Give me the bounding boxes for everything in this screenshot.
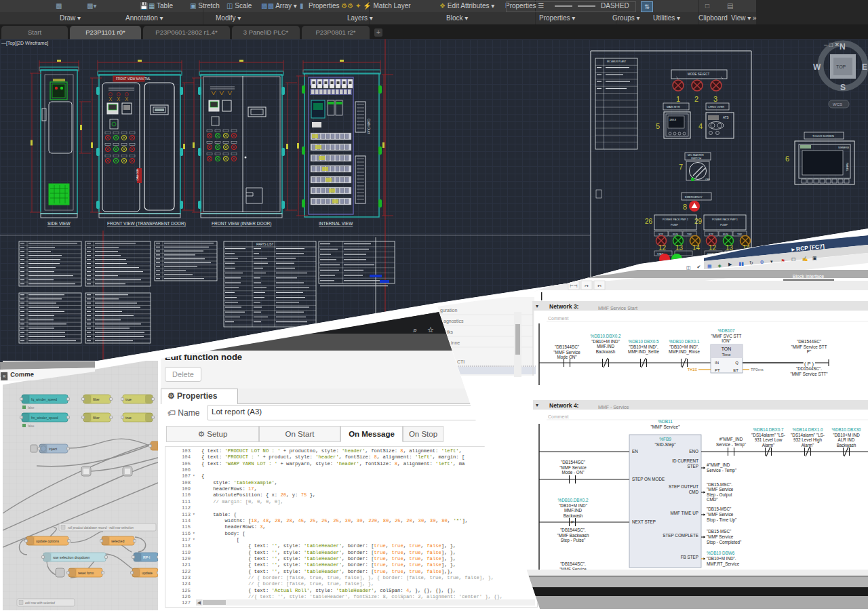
svg-text:row selection dropdown: row selection dropdown: [53, 555, 90, 559]
svg-text:%DB10.DBX0.2: %DB10.DBX0.2: [591, 334, 621, 338]
svg-text:roll product database record -: roll product database record - edit row …: [68, 526, 134, 530]
svg-text:TOP: TOP: [836, 64, 846, 69]
svg-text:"SID-Step": "SID-Step": [655, 442, 677, 448]
svg-text:"MMF Service: "MMF Service: [559, 465, 587, 470]
svg-text:%DB10.DBX0.2: %DB10.DBX0.2: [558, 498, 589, 502]
svg-text:WCS: WCS: [833, 102, 842, 106]
svg-text:STEP OUTPUT: STEP OUTPUT: [669, 484, 698, 489]
svg-text:MODE SELECT: MODE SELECT: [688, 73, 710, 76]
svg-text:▾: ▾: [536, 402, 538, 408]
svg-text:true: true: [125, 397, 132, 401]
svg-text:Stop - Completed": Stop - Completed": [707, 540, 741, 545]
svg-text:Block Interface: Block Interface: [793, 274, 824, 279]
svg-text:STEP COMPLETE: STEP COMPLETE: [663, 533, 698, 538]
svg-text:1: 1: [676, 95, 680, 103]
svg-text:14: 14: [692, 244, 701, 252]
svg-text:▶: ▶: [728, 262, 732, 266]
svg-text:Mode ON": Mode ON": [557, 355, 576, 359]
svg-text:ID CURRENT: ID CURRENT: [672, 458, 698, 463]
svg-text:"DD1544SC".: "DD1544SC".: [796, 366, 822, 371]
svg-text:⚙: ⚙: [760, 260, 764, 264]
svg-text:4: 4: [698, 122, 703, 130]
svg-text:inject: inject: [49, 447, 58, 451]
svg-text:CMD": CMD": [707, 497, 718, 502]
svg-text:%DB11: %DB11: [658, 419, 673, 424]
svg-text:"DS14alarm" "LS-: "DS14alarm" "LS-: [751, 433, 785, 437]
svg-text:ET: ET: [733, 368, 738, 372]
svg-text:"DB10+M IND".: "DB10+M IND".: [707, 556, 736, 561]
svg-text:◈: ◈: [718, 263, 722, 268]
svg-text:"DB10+M IND": "DB10+M IND": [559, 503, 587, 508]
svg-text:7: 7: [679, 163, 683, 171]
svg-text:SIEMENS: SIEMENS: [838, 146, 850, 149]
svg-text:%DB10 DBX0.1: %DB10 DBX0.1: [669, 339, 700, 344]
svg-text:tks: tks: [447, 330, 453, 334]
svg-text:Step - Pulse": Step - Pulse": [561, 538, 586, 543]
svg-text:13: 13: [675, 244, 684, 252]
svg-text:✔: ✔: [697, 264, 701, 269]
svg-text:"MMF Service: "MMF Service: [707, 534, 734, 539]
svg-text:PANEL: PANEL: [846, 163, 849, 172]
svg-text:Service - Temp": Service - Temp": [707, 468, 736, 473]
svg-text:FRONT VIEW (TRANSPARENT DOOR): FRONT VIEW (TRANSPARENT DOOR): [107, 221, 186, 226]
svg-text:update: update: [142, 571, 153, 575]
svg-text:NEXT STEP: NEXT STEP: [632, 519, 656, 524]
svg-text:MMF TIME UP: MMF TIME UP: [670, 511, 698, 515]
svg-text:Network 4:: Network 4:: [549, 402, 579, 409]
svg-text:FB STEP: FB STEP: [681, 555, 698, 559]
svg-text:STEP: STEP: [688, 464, 698, 469]
svg-text:CMD: CMD: [689, 490, 699, 494]
svg-text:MMF Service Start: MMF Service Start: [598, 306, 637, 311]
svg-text:Alarm": Alarm": [762, 443, 775, 448]
svg-text:"DB1544SC".: "DB1544SC".: [560, 561, 586, 566]
svg-text:MMF.IND: MMF.IND: [564, 508, 583, 513]
svg-text:✍: ✍: [802, 256, 808, 262]
svg-text:false: false: [28, 406, 35, 410]
svg-text:"MMF SVC STT: "MMF SVC STT: [711, 334, 742, 338]
svg-text:EMERGENCY: EMERGENCY: [685, 195, 703, 199]
svg-text:MAIN MTR: MAIN MTR: [667, 105, 680, 108]
svg-text:inne: inne: [451, 340, 460, 345]
svg-text:T#1S: T#1S: [688, 368, 697, 372]
svg-text:STEP ON MODE: STEP ON MODE: [632, 477, 665, 481]
svg-text:N: N: [840, 42, 846, 52]
svg-text:false: false: [28, 424, 35, 428]
svg-text:reset form: reset form: [78, 571, 94, 575]
svg-text:▣: ▣: [812, 256, 817, 260]
svg-text:TON: TON: [722, 347, 732, 351]
svg-text:12: 12: [658, 244, 667, 252]
svg-text:fm_winder_speed: fm_winder_speed: [31, 416, 58, 420]
svg-text:3: 3: [713, 95, 717, 103]
svg-text:Backwash: Backwash: [596, 349, 616, 354]
svg-text:fq_winder_speed: fq_winder_speed: [31, 397, 57, 401]
svg-text:MMF.RT_Service: MMF.RT_Service: [707, 561, 740, 567]
svg-text:%DB10 DBX0.5: %DB10 DBX0.5: [629, 339, 659, 344]
svg-text:Comment: Comment: [548, 414, 568, 419]
svg-text:W: W: [813, 62, 821, 72]
svg-text:MMF.IND: MMF.IND: [597, 344, 615, 349]
svg-text:guration: guration: [440, 308, 457, 313]
svg-text:POWER PACK PMP 1: POWER PACK PMP 1: [712, 218, 738, 221]
svg-text:"DB1544SC".: "DB1544SC".: [560, 528, 586, 532]
svg-text:↦: ↦: [585, 283, 589, 288]
svg-text:2: 2: [694, 95, 698, 103]
svg-text:%DB10.DBX30: %DB10.DBX30: [831, 427, 861, 432]
svg-text:Backwash: Backwash: [837, 443, 856, 448]
svg-text:SIDE VIEW: SIDE VIEW: [47, 221, 71, 226]
svg-text:MMF.IND_Settle: MMF.IND_Settle: [628, 349, 659, 355]
svg-text:RP-l: RP-l: [143, 555, 150, 559]
svg-text:P: P: [571, 520, 574, 524]
svg-text:13: 13: [726, 244, 734, 252]
svg-text:5: 5: [656, 122, 660, 130]
svg-text:"DB10+M IND: "DB10+M IND: [833, 433, 860, 437]
svg-text:"DB10+M IND": "DB10+M IND": [591, 339, 620, 344]
svg-text:TOUCH SCREEN: TOUCH SCREEN: [812, 134, 834, 138]
svg-text:update options: update options: [36, 539, 59, 543]
svg-text:%DB14.DBX0.7: %DB14.DBX0.7: [753, 427, 784, 432]
svg-text:FRONT VIEW MAIN TML: FRONT VIEW MAIN TML: [116, 77, 151, 81]
svg-text:Comment: Comment: [548, 316, 568, 321]
svg-text:☐: ☐: [791, 257, 795, 262]
svg-text:"DB1544SC": "DB1544SC": [561, 460, 585, 464]
svg-text:▦: ▦: [707, 264, 712, 269]
svg-text:DANGER: DANGER: [136, 169, 139, 180]
